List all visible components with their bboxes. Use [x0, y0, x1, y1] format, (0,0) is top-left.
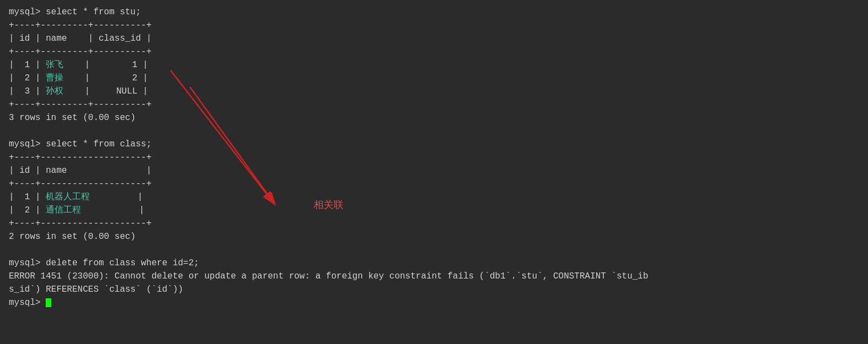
line-11: mysql> select * from class; [9, 138, 859, 151]
line-5: | 1 | 张飞 | 1 | [9, 58, 859, 72]
line-15: | 1 | 机器人工程 | [9, 190, 859, 204]
line-4: +----+---------+----------+ [9, 45, 859, 58]
terminal-cursor [46, 298, 51, 307]
line-23: mysql> [9, 296, 859, 309]
line-19 [9, 243, 859, 256]
line-3: | id | name | class_id | [9, 32, 859, 45]
line-9: 3 rows in set (0.00 sec) [9, 111, 859, 124]
line-21: ERROR 1451 (23000): Cannot delete or upd… [9, 270, 859, 283]
line-17: +----+--------------------+ [9, 217, 859, 230]
line-18: 2 rows in set (0.00 sec) [9, 230, 859, 243]
line-6: | 2 | 曹操 | 2 | [9, 72, 859, 85]
line-7: | 3 | 孙权 | NULL | [9, 85, 859, 98]
line-14: +----+--------------------+ [9, 177, 859, 190]
line-20: mysql> delete from class where id=2; [9, 256, 859, 270]
line-10 [9, 124, 859, 138]
relation-label: 相关联 [314, 198, 343, 211]
line-1: mysql> select * from stu; [9, 6, 859, 19]
line-12: +----+--------------------+ [9, 151, 859, 164]
terminal-window: mysql> select * from stu; +----+--------… [0, 0, 868, 315]
line-13: | id | name | [9, 164, 859, 177]
line-22: s_id`) REFERENCES `class` (`id`)) [9, 283, 859, 296]
line-16: | 2 | 通信工程 | [9, 204, 859, 217]
line-2: +----+---------+----------+ [9, 19, 859, 32]
line-8: +----+---------+----------+ [9, 98, 859, 111]
